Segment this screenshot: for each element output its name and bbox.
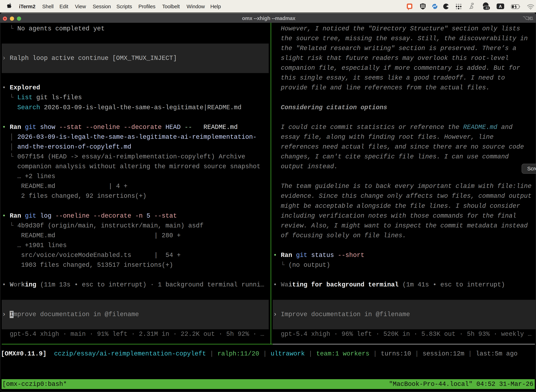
- svg-text:A: A: [499, 4, 502, 9]
- svg-text:1: 1: [531, 16, 533, 21]
- svg-text:..61: ..61: [484, 6, 489, 10]
